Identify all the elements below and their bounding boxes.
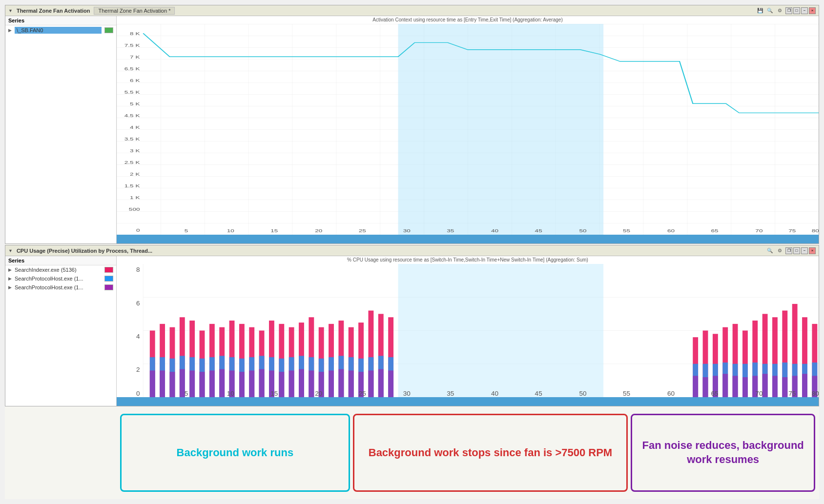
svg-text:65: 65 bbox=[711, 390, 718, 397]
svg-text:80: 80 bbox=[812, 390, 819, 397]
bottom-panel-toolbar: 🔍 ⚙ ❐ □ − × bbox=[766, 247, 816, 255]
svg-rect-154 bbox=[802, 374, 807, 397]
minimize-btn-top[interactable]: − bbox=[801, 7, 808, 14]
top-series-item-0[interactable]: ▶ \_SB.FAN0 bbox=[5, 25, 116, 35]
restore-btn-top[interactable]: ❐ bbox=[785, 7, 792, 14]
bottom-zoom-icon[interactable]: 🔍 bbox=[766, 247, 774, 255]
top-chart-svg: 8 K 7.5 K 7 K 6.5 K 6 K 5.5 K 5 K 4.5 K … bbox=[117, 24, 819, 235]
svg-text:3 K: 3 K bbox=[130, 148, 140, 153]
svg-text:50: 50 bbox=[579, 390, 587, 397]
svg-rect-106 bbox=[289, 370, 294, 397]
svg-text:4: 4 bbox=[136, 333, 140, 340]
bottom-panel-titlebar: ▼ CPU Usage (Precise) Utilization by Pro… bbox=[5, 245, 819, 256]
svg-rect-114 bbox=[369, 370, 374, 397]
svg-rect-2 bbox=[398, 24, 604, 235]
svg-text:1.5 K: 1.5 K bbox=[124, 183, 140, 188]
bottom-chart-title: % CPU Usage using resource time as [Swit… bbox=[117, 256, 819, 263]
main-container: ▼ Thermal Zone Fan Activation Thermal Zo… bbox=[5, 5, 819, 499]
svg-rect-101 bbox=[239, 372, 245, 397]
svg-rect-110 bbox=[329, 370, 334, 397]
bottom-series-panel: Series ▶ SearchIndexer.exe (5136) ▶ Sear… bbox=[5, 256, 117, 406]
bottom-chart-svg: 8 6 4 2 0 5 10 15 20 25 30 35 40 45 50 5… bbox=[117, 264, 819, 397]
series1-expand-icon[interactable]: ▶ bbox=[8, 276, 12, 281]
svg-rect-148 bbox=[742, 377, 748, 397]
svg-text:15: 15 bbox=[270, 390, 278, 397]
bottom-chart-area: % CPU Usage using resource time as [Swit… bbox=[117, 256, 819, 406]
svg-rect-99 bbox=[219, 369, 225, 397]
svg-text:10: 10 bbox=[227, 390, 235, 397]
series-item-label: \_SB.FAN0 bbox=[15, 27, 102, 34]
minimize-btn-bottom[interactable]: − bbox=[801, 247, 808, 254]
svg-rect-150 bbox=[762, 374, 768, 397]
svg-rect-116 bbox=[388, 370, 393, 397]
svg-rect-102 bbox=[249, 370, 254, 397]
maximize-btn-bottom[interactable]: □ bbox=[793, 247, 800, 254]
close-btn-bottom[interactable]: × bbox=[809, 247, 816, 254]
svg-text:25: 25 bbox=[359, 228, 367, 233]
bottom-panel-title: CPU Usage (Precise) Utilization by Proce… bbox=[17, 248, 152, 254]
svg-rect-92 bbox=[150, 370, 155, 397]
close-btn-top[interactable]: × bbox=[809, 7, 816, 14]
bottom-series-item-0[interactable]: ▶ SearchIndexer.exe (5136) bbox=[5, 265, 116, 274]
svg-text:50: 50 bbox=[579, 228, 587, 233]
svg-rect-98 bbox=[209, 370, 215, 397]
series-expand-icon[interactable]: ▶ bbox=[8, 28, 12, 33]
bottom-series-item-1[interactable]: ▶ SearchProtocolHost.exe (1... bbox=[5, 274, 116, 283]
svg-text:4.5 K: 4.5 K bbox=[124, 113, 140, 118]
save-icon[interactable]: 💾 bbox=[756, 7, 764, 15]
settings-icon[interactable]: ⚙ bbox=[776, 7, 783, 15]
svg-rect-105 bbox=[279, 372, 284, 397]
svg-rect-41 bbox=[398, 264, 604, 397]
bottom-series-item-2[interactable]: ▶ SearchProtocolHost.exe (1... bbox=[5, 283, 116, 292]
bottom-panel: ▼ CPU Usage (Precise) Utilization by Pro… bbox=[5, 245, 819, 406]
svg-rect-115 bbox=[378, 369, 384, 397]
svg-rect-93 bbox=[160, 370, 165, 397]
svg-text:2 K: 2 K bbox=[130, 171, 140, 177]
zoom-icon[interactable]: 🔍 bbox=[766, 7, 774, 15]
series0-color bbox=[104, 267, 113, 273]
window-controls-bottom: ❐ □ − × bbox=[785, 247, 816, 254]
bottom-panel-collapse-icon[interactable]: ▼ bbox=[8, 248, 13, 253]
svg-text:60: 60 bbox=[667, 228, 675, 233]
svg-text:55: 55 bbox=[623, 390, 630, 397]
svg-rect-112 bbox=[349, 370, 354, 397]
svg-rect-143 bbox=[693, 376, 698, 397]
svg-text:8: 8 bbox=[136, 266, 140, 273]
series0-label: SearchIndexer.exe (5136) bbox=[15, 267, 102, 273]
svg-text:40: 40 bbox=[491, 390, 499, 397]
series0-expand-icon[interactable]: ▶ bbox=[8, 267, 12, 272]
maximize-btn-top[interactable]: □ bbox=[793, 7, 800, 14]
series2-expand-icon[interactable]: ▶ bbox=[8, 285, 12, 290]
bottom-settings-icon[interactable]: ⚙ bbox=[776, 247, 783, 255]
svg-rect-103 bbox=[259, 369, 265, 397]
svg-rect-111 bbox=[338, 369, 344, 397]
bottom-chart-scrollbar[interactable] bbox=[117, 397, 819, 406]
svg-text:80: 80 bbox=[812, 228, 819, 233]
svg-text:20: 20 bbox=[315, 228, 323, 233]
restore-btn-bottom[interactable]: ❐ bbox=[785, 247, 792, 254]
svg-text:6.5 K: 6.5 K bbox=[124, 66, 140, 71]
top-panel-tab[interactable]: Thermal Zone Fan Activation * bbox=[94, 7, 175, 15]
annotation-text-1: Background work runs bbox=[177, 446, 294, 460]
top-panel-toolbar: 💾 🔍 ⚙ ❐ □ − × bbox=[756, 7, 816, 15]
svg-text:35: 35 bbox=[447, 390, 454, 397]
svg-text:20: 20 bbox=[315, 390, 323, 397]
series-color-swatch bbox=[104, 27, 113, 33]
svg-text:10: 10 bbox=[227, 228, 235, 233]
panel-collapse-icon[interactable]: ▼ bbox=[8, 8, 13, 13]
window-controls-top: ❐ □ − × bbox=[785, 7, 816, 14]
svg-text:3.5 K: 3.5 K bbox=[124, 136, 140, 141]
annotation-box-2: Background work stops since fan is >7500… bbox=[353, 414, 628, 492]
svg-text:60: 60 bbox=[667, 390, 675, 397]
svg-text:7 K: 7 K bbox=[130, 54, 140, 60]
top-panel-title: Thermal Zone Fan Activation bbox=[17, 8, 90, 14]
annotation-boxes: Background work runs Background work sto… bbox=[116, 406, 819, 499]
annotation-box-3: Fan noise reduces, background work resum… bbox=[631, 414, 815, 492]
svg-text:75: 75 bbox=[788, 390, 796, 397]
bottom-series-header: Series bbox=[5, 256, 116, 265]
top-panel: ▼ Thermal Zone Fan Activation Thermal Zo… bbox=[5, 5, 819, 244]
svg-rect-94 bbox=[170, 372, 175, 397]
top-chart-scrollbar[interactable] bbox=[117, 235, 819, 243]
svg-text:2: 2 bbox=[136, 366, 140, 373]
svg-text:15: 15 bbox=[270, 228, 278, 233]
